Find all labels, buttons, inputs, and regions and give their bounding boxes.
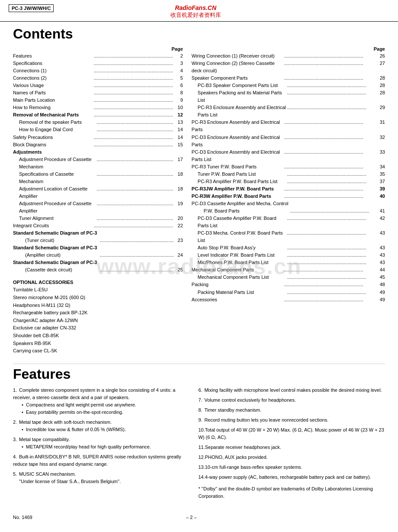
toc-entry: Specifications..........................… (13, 60, 183, 67)
feature-note: ''Under license of Staar S.A., Brussels … (13, 478, 185, 485)
toc-dots: ........................................… (93, 89, 173, 97)
feature-sub-item: Easy portability permits on-the-spot-rec… (22, 409, 185, 416)
main-content: Contents Page Features..................… (0, 22, 398, 507)
toc-entry-text: Removal of Mechanical Parts (13, 111, 93, 119)
toc-page-num: 22 (174, 222, 183, 229)
toc-dots: ........................................… (93, 52, 173, 60)
toc-page-num: 49 (376, 296, 385, 303)
feature-num: 2. (13, 419, 19, 426)
oa-item: Exclusive car adapter CN-332 (13, 324, 183, 332)
toc-entry: Standard Schematic Diagram of PC-3 (13, 259, 183, 266)
toc-entry: Wiring Connection (2) (Stereo Cassette d… (192, 60, 385, 74)
toc-entry-text: Adjustments (13, 148, 183, 156)
feature-num: 4. (13, 453, 19, 461)
feature-item: 11. Separate receiver headphones jack. (198, 444, 385, 451)
toc-entry-text: Connections (2) (13, 74, 93, 82)
oa-items: Turntable L-E5UStereo microphone M-201 (… (13, 286, 183, 355)
feature-num: 1. (13, 387, 19, 394)
toc-entry: Removal of Mechanical Parts.............… (13, 111, 183, 119)
toc-entry-text: PC-R3JW Amplifier P.W. Board Parts (192, 185, 283, 193)
toc-dots: ........................................… (93, 134, 173, 141)
toc-entry-text: Auto Stop P.W. Board Ass'y (192, 244, 286, 251)
toc-entry: Adjustment Procedure of Cassette Mechani… (13, 156, 183, 171)
toc-page-num: 6 (174, 82, 183, 89)
toc-dots: ........................................… (287, 171, 376, 178)
feature-num: 13. (198, 464, 205, 471)
toc-entry-text: Adjustment Procedure of Cassette Mechani… (13, 156, 96, 171)
toc-entry: Integrant Circuits......................… (13, 222, 183, 229)
optional-accessories: OPTIONAL ACCESSORIES Turntable L-E5USter… (13, 280, 183, 355)
oa-item: Carrying case CL-5K (13, 347, 183, 355)
toc-entry-text: Main Parts Location (13, 97, 93, 104)
toc-entry: How to Engage Dial Cord.................… (13, 126, 183, 133)
toc-page-num: 28 (376, 89, 385, 104)
toc-dots: ........................................… (93, 141, 173, 148)
footer-left: No. 1469 (13, 515, 32, 520)
toc-entry: PC-R3JW Amplifier P.W. Board Parts......… (192, 185, 385, 193)
toc-dots: ........................................… (284, 296, 376, 303)
feature-sub: METAPERM record/play head for high quali… (13, 443, 185, 451)
toc-entry: Block Diagrams..........................… (13, 141, 183, 148)
toc-page-num: 49 (376, 289, 385, 296)
toc-dots: ........................................… (96, 119, 173, 126)
toc-dots: ........................................… (287, 215, 376, 229)
toc-page-num: 31 (376, 119, 385, 133)
toc-entry: PC-D3 Cassette Amplifier and Mecha. Cont… (192, 200, 385, 207)
toc-dots: ........................................… (287, 251, 376, 259)
toc-page-num: 26 (376, 52, 385, 60)
site-subtitle: 收音机爱好者资料库 (170, 11, 221, 19)
toc-entry-text: Wiring Connection (1) (Receiver circuit) (192, 52, 283, 60)
toc-dots: ........................................… (287, 178, 376, 185)
feature-item: 10. Total output of 40 W (20 W + 20 W) M… (198, 426, 385, 441)
toc-page-num: 3 (174, 60, 183, 67)
toc-dots: ........................................… (96, 126, 173, 133)
toc-entry: Names of Parts..........................… (13, 89, 183, 97)
feature-sub-item: Compactness and light weight permit use … (22, 401, 185, 409)
toc-page-num: 19 (174, 200, 183, 215)
toc-entry-text: How to Removing (13, 104, 93, 111)
toc-entry: Wiring Connection (1) (Receiver circuit)… (192, 52, 385, 60)
features-right: 6. Mixing facility with microphone level… (198, 387, 385, 503)
toc-page-num: 44 (376, 266, 385, 274)
feature-sub-item: Incredible low wow & flutter of 0.05 % (… (22, 426, 185, 433)
toc-entry-text: Removal of the speaker Parts (13, 119, 96, 126)
toc-dots: ........................................… (284, 119, 376, 133)
toc-entry-text: Adjustment Procedure of Cassette Amplifi… (13, 200, 96, 215)
toc-entry-text: Various Usage (13, 82, 93, 89)
toc-page-num: 48 (376, 281, 385, 288)
toc-entry: Specifications of Cassette Mechanism....… (13, 171, 183, 185)
oa-item: Speakers RB-95K (13, 340, 183, 348)
toc-entry-text: Integrant Circuits (13, 222, 93, 229)
toc-entry-text: PC-B3 Speaker Component Parts List (192, 82, 286, 89)
toc-dots: ........................................… (93, 97, 173, 104)
toc-dots: ........................................… (93, 60, 173, 67)
toc-entry: (Cassette deck circuit).................… (13, 266, 183, 274)
toc-entry-text: PC-D3 Cassette Amplifier and Mecha. Cont… (192, 200, 385, 207)
toc-entry-text: Features (13, 52, 93, 60)
toc-dots: ........................................… (96, 156, 173, 171)
toc-dots: ........................................… (284, 266, 376, 274)
toc-entry-text: Safety Precautions (13, 134, 93, 141)
toc-entry: How to Removing.........................… (13, 104, 183, 111)
feature-num: 3. (13, 436, 19, 443)
toc-page-num: 43 (376, 244, 385, 251)
toc-entry-text: Specifications (13, 60, 93, 67)
toc-entry-text: Mic/Phones P.W. Board Parts List (192, 259, 286, 266)
toc-page-num: 43 (376, 259, 385, 266)
toc-page-num: 18 (174, 171, 183, 185)
toc-entry: Safety Precautions......................… (13, 134, 183, 141)
feature-sub-item: METAPERM record/play head for high quali… (22, 443, 185, 451)
toc-dots: ........................................… (284, 163, 376, 171)
feature-num: 10. (198, 426, 205, 434)
toc-dots: ........................................… (284, 60, 376, 74)
feature-item: * ''Dolby'' and the double-D symbol are … (198, 485, 385, 500)
toc-dots: ........................................… (100, 266, 173, 274)
toc-entry: Tuner P.W. Board Parts List.............… (192, 171, 385, 178)
feature-item: 4. Built-in ANRS/DOLBY* B NR, SUPER ANRS… (13, 453, 185, 468)
toc-page-num: 5 (174, 74, 183, 82)
toc-entry: Removal of the speaker Parts............… (13, 119, 183, 126)
toc-page-num: 28 (376, 74, 385, 82)
toc-page-num: 32 (376, 134, 385, 148)
toc-dots: ........................................… (284, 193, 376, 200)
toc-page-num: 20 (174, 215, 183, 222)
